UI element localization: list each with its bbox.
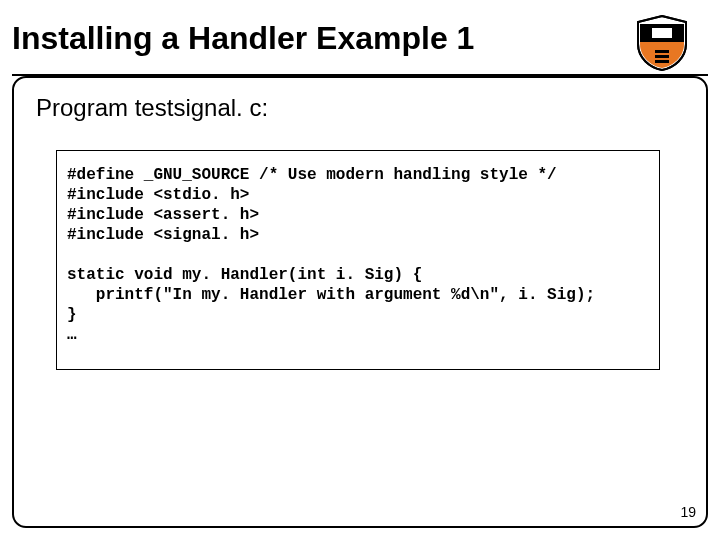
- slide: Installing a Handler Example 1 Program t…: [0, 0, 720, 540]
- princeton-shield-icon: [634, 14, 690, 72]
- svg-rect-0: [652, 28, 672, 38]
- code-box: #define _GNU_SOURCE /* Use modern handli…: [56, 150, 660, 370]
- code-line: #include <assert. h>: [67, 206, 259, 224]
- code-line: …: [67, 326, 77, 344]
- code-line: }: [67, 306, 77, 324]
- code-line: static void my. Handler(int i. Sig) {: [67, 266, 422, 284]
- title-region: Installing a Handler Example 1: [12, 12, 708, 76]
- slide-title: Installing a Handler Example 1: [12, 20, 474, 57]
- code-line: #include <signal. h>: [67, 226, 259, 244]
- svg-rect-2: [655, 55, 669, 58]
- page-number: 19: [680, 504, 696, 520]
- code-line: #include <stdio. h>: [67, 186, 249, 204]
- code-line: #define _GNU_SOURCE /* Use modern handli…: [67, 166, 557, 184]
- code-line: printf("In my. Handler with argument %d\…: [67, 286, 595, 304]
- svg-rect-3: [655, 60, 669, 63]
- svg-rect-1: [655, 50, 669, 53]
- slide-subtitle: Program testsignal. c:: [36, 94, 268, 122]
